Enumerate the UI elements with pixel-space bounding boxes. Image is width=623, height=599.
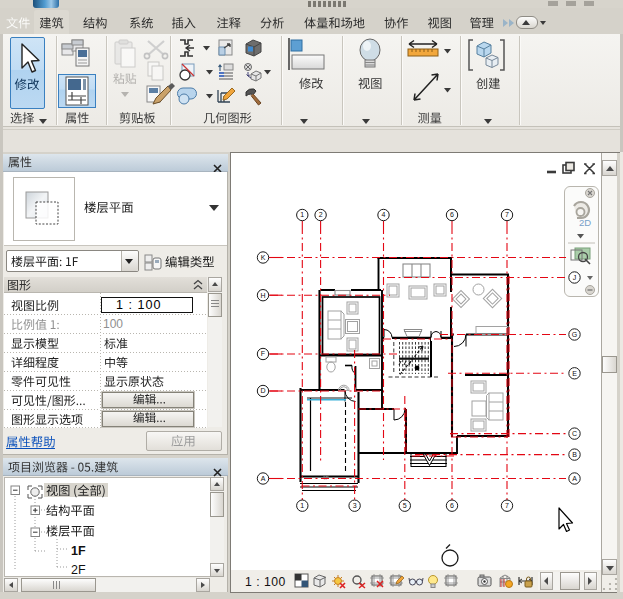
svg-text:7: 7 [505,502,509,509]
svg-text:H: H [260,292,265,299]
svg-text:6: 6 [450,211,454,218]
svg-text:F: F [261,350,265,357]
svg-text:J: J [573,274,577,281]
svg-text:A: A [261,475,266,482]
svg-text:4: 4 [382,211,386,218]
svg-text:E: E [572,370,577,377]
svg-text:3: 3 [353,502,357,509]
svg-text:1: 1 [300,211,304,218]
svg-text:B: B [572,451,577,458]
svg-text:5: 5 [403,502,407,509]
svg-text:A: A [572,475,577,482]
svg-text:D: D [260,387,265,394]
svg-text:7: 7 [505,211,509,218]
svg-text:1: 1 [300,502,304,509]
svg-text:G: G [572,331,577,338]
svg-text:6: 6 [450,502,454,509]
svg-text:C: C [572,430,577,437]
svg-text:2: 2 [319,211,323,218]
svg-text:K: K [261,254,266,261]
